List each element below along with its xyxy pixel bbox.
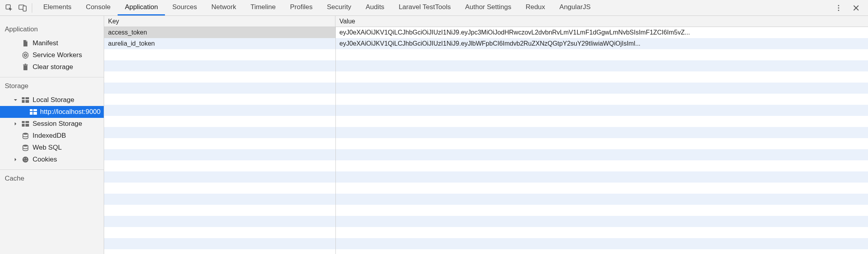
- sidebar-item-label: Web SQL: [33, 144, 62, 152]
- sidebar-item-web-sql[interactable]: Web SQL: [0, 142, 104, 154]
- sidebar-item-http-localhost-9000[interactable]: http://localhost:9000: [0, 106, 104, 118]
- svg-rect-13: [30, 109, 33, 111]
- tab-author-settings[interactable]: Author Settings: [458, 0, 518, 15]
- svg-rect-17: [22, 121, 25, 123]
- tab-sources[interactable]: Sources: [165, 0, 204, 15]
- svg-point-26: [25, 160, 25, 161]
- tab-timeline[interactable]: Timeline: [243, 0, 283, 15]
- column-header-key[interactable]: Key: [104, 16, 335, 27]
- svg-point-23: [23, 157, 29, 163]
- sidebar-item-indexeddb[interactable]: IndexedDB: [0, 130, 104, 142]
- tab-redux[interactable]: Redux: [518, 0, 552, 15]
- tab-security[interactable]: Security: [320, 0, 358, 15]
- expander-placeholder: [13, 145, 18, 150]
- tab-console[interactable]: Console: [79, 0, 118, 15]
- trash-icon: [21, 63, 29, 71]
- table-body: access_tokeneyJ0eXAiOiJKV1QiLCJhbGciOiJI…: [104, 27, 868, 254]
- sidebar-item-label: Cookies: [33, 156, 57, 164]
- sidebar-item-session-storage[interactable]: Session Storage: [0, 118, 104, 130]
- panel-tabs: ElementsConsoleApplicationSourcesNetwork…: [36, 0, 598, 15]
- svg-point-25: [26, 158, 27, 159]
- cell-value: eyJ0eXAiOiJKV1QiLCJhbGciOiJIUzI1NiJ9.eyJ…: [339, 29, 690, 36]
- cookie-icon: [21, 156, 29, 164]
- cell-key: access_token: [108, 29, 147, 36]
- expander-placeholder: [22, 109, 27, 115]
- gear-icon: [21, 51, 29, 59]
- tab-profiles[interactable]: Profiles: [283, 0, 320, 15]
- more-icon[interactable]: [833, 2, 844, 13]
- svg-rect-12: [25, 100, 29, 103]
- section-title-cache: Cache: [0, 170, 104, 187]
- sidebar-item-manifest[interactable]: Manifest: [0, 37, 104, 49]
- svg-point-24: [24, 158, 25, 159]
- svg-rect-16: [33, 112, 37, 115]
- application-sidebar: ApplicationManifestService WorkersClear …: [0, 16, 104, 254]
- application-panel: ApplicationManifestService WorkersClear …: [0, 16, 868, 254]
- expander-placeholder: [13, 40, 18, 46]
- file-icon: [21, 39, 29, 47]
- grid-icon: [30, 108, 37, 116]
- svg-rect-7: [23, 65, 28, 65]
- sidebar-item-label: IndexedDB: [33, 132, 66, 140]
- column-header-value[interactable]: Value: [335, 16, 868, 27]
- sidebar-item-label: Manifest: [33, 39, 58, 47]
- column-header-value-label: Value: [339, 18, 355, 25]
- separator: [32, 3, 32, 13]
- storage-table: Key Value access_tokeneyJ0eXAiOiJKV1QiLC…: [104, 16, 868, 254]
- svg-rect-8: [25, 64, 26, 65]
- svg-rect-11: [22, 100, 25, 103]
- chevron-right-icon[interactable]: [13, 157, 18, 162]
- section-title-application: Application: [0, 21, 104, 37]
- close-icon[interactable]: [851, 2, 862, 13]
- svg-rect-15: [30, 112, 33, 115]
- tab-network[interactable]: Network: [204, 0, 243, 15]
- grid-icon: [21, 96, 29, 104]
- tab-laravel-testtools[interactable]: Laravel TestTools: [391, 0, 458, 15]
- table-row[interactable]: access_tokeneyJ0eXAiOiJKV1QiLCJhbGciOiJI…: [104, 27, 868, 38]
- sidebar-item-label: Session Storage: [33, 120, 82, 128]
- table-rows: access_tokeneyJ0eXAiOiJKV1QiLCJhbGciOiJI…: [104, 27, 868, 254]
- tab-angularjs[interactable]: AngularJS: [552, 0, 598, 15]
- svg-point-21: [23, 133, 28, 135]
- expander-placeholder: [13, 133, 18, 139]
- table-row[interactable]: aurelia_id_tokeneyJ0eXAiOiJKV1QiLCJhbGci…: [104, 38, 868, 49]
- svg-rect-2: [23, 6, 26, 11]
- tab-application[interactable]: Application: [118, 0, 165, 15]
- expander-placeholder: [13, 52, 18, 58]
- cell-key: aurelia_id_token: [108, 40, 155, 47]
- svg-rect-19: [22, 124, 25, 127]
- section-title-storage: Storage: [0, 77, 104, 94]
- tab-elements[interactable]: Elements: [36, 0, 79, 15]
- svg-rect-9: [22, 97, 25, 99]
- svg-rect-18: [25, 121, 29, 123]
- inspect-icon[interactable]: [2, 1, 16, 15]
- chevron-right-icon[interactable]: [13, 121, 18, 127]
- sidebar-item-label: Clear storage: [33, 63, 73, 71]
- svg-point-3: [838, 5, 839, 6]
- chevron-down-icon[interactable]: [13, 97, 18, 103]
- sidebar-item-service-workers[interactable]: Service Workers: [0, 49, 104, 61]
- expander-placeholder: [13, 64, 18, 70]
- column-header-key-label: Key: [108, 18, 119, 25]
- svg-rect-6: [23, 65, 27, 70]
- svg-rect-10: [25, 97, 29, 99]
- tab-audits[interactable]: Audits: [358, 0, 391, 15]
- table-header: Key Value: [104, 16, 868, 27]
- db-icon: [21, 132, 29, 140]
- device-toggle-icon[interactable]: [16, 1, 29, 15]
- devtools-tabbar: ElementsConsoleApplicationSourcesNetwork…: [0, 0, 868, 16]
- svg-rect-20: [25, 124, 29, 127]
- sidebar-item-label: http://localhost:9000: [40, 108, 101, 116]
- sidebar-item-local-storage[interactable]: Local Storage: [0, 94, 104, 106]
- db-icon: [21, 144, 29, 152]
- sidebar-item-cookies[interactable]: Cookies: [0, 154, 104, 165]
- svg-point-4: [838, 7, 839, 8]
- sidebar-item-clear-storage[interactable]: Clear storage: [0, 61, 104, 73]
- svg-point-27: [26, 160, 27, 161]
- svg-point-22: [23, 144, 28, 146]
- svg-point-5: [838, 10, 839, 11]
- sidebar-item-label: Service Workers: [33, 51, 82, 59]
- svg-rect-14: [33, 109, 37, 111]
- grid-icon: [21, 120, 29, 128]
- sidebar-item-label: Local Storage: [33, 96, 74, 104]
